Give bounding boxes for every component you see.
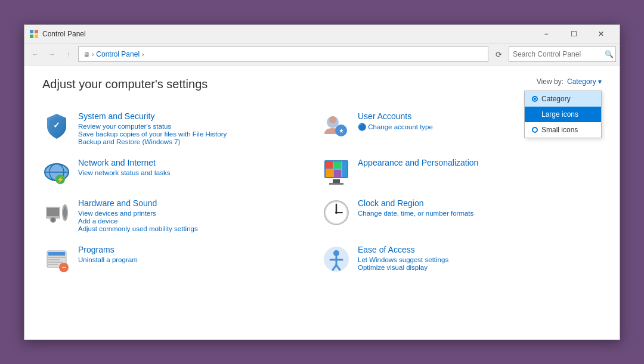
svg-rect-39 (48, 262, 63, 263)
radio-dot-category (532, 96, 538, 102)
address-bar: ← → ↑ 🖥 › Control Panel › ⟳ 🔍 (24, 44, 620, 66)
ease-of-access-link-1[interactable]: Let Windows suggest settings (358, 256, 602, 263)
window-title: Control Panel (42, 30, 532, 38)
category-network-internet: ⚡ Network and Internet View network stat… (42, 152, 322, 192)
clock-region-link-1[interactable]: Change date, time, or number formats (358, 210, 602, 217)
viewby-option-large-icons[interactable]: Large icons (525, 107, 601, 122)
clock-region-icon (322, 198, 351, 227)
page-title: Adjust your computer's settings (42, 77, 208, 91)
svg-text:−: − (61, 263, 66, 272)
category-hardware-sound: Hardware and Sound View devices and prin… (42, 192, 322, 239)
refresh-button[interactable]: ⟳ (491, 46, 506, 62)
forward-button[interactable]: → (45, 47, 59, 61)
ease-of-access-link-2[interactable]: Optimize visual display (358, 264, 602, 271)
clock-region-title[interactable]: Clock and Region (358, 198, 602, 208)
content-header: Adjust your computer's settings View by:… (42, 77, 602, 91)
window-controls: − ☐ ✕ (532, 24, 615, 43)
minimize-button[interactable]: − (532, 24, 560, 43)
network-internet-link-1[interactable]: View network status and tasks (78, 169, 322, 176)
system-security-link-3[interactable]: Backup and Restore (Windows 7) (78, 138, 322, 145)
address-path[interactable]: 🖥 › Control Panel › (78, 46, 488, 62)
appearance-title[interactable]: Appearance and Personalization (358, 158, 602, 167)
svg-rect-19 (326, 170, 333, 177)
search-input[interactable] (513, 50, 602, 58)
viewby-category-label: Category (541, 95, 571, 103)
system-security-link-2[interactable]: Save backup copies of your files with Fi… (78, 130, 322, 138)
svg-point-34 (335, 211, 338, 214)
path-arrow: › (92, 51, 94, 58)
programs-icon: − (42, 245, 71, 273)
categories-grid: ✓ System and Security Review your comput… (42, 105, 602, 279)
viewby-dropdown-menu: Category Large icons Small icons (524, 91, 602, 138)
programs-title[interactable]: Programs (78, 245, 322, 254)
close-button[interactable]: ✕ (587, 24, 615, 43)
svg-rect-17 (326, 161, 333, 169)
system-security-link-1[interactable]: Review your computer's status (78, 123, 322, 130)
programs-link-1[interactable]: Uninstall a program (78, 256, 322, 263)
network-internet-icon: ⚡ (42, 158, 71, 186)
svg-rect-37 (48, 257, 65, 258)
radio-dot-large (532, 111, 538, 117)
network-internet-title[interactable]: Network and Internet (78, 158, 322, 167)
path-icon: 🖥 (83, 51, 89, 58)
category-clock-region: Clock and Region Change date, time, or n… (322, 192, 602, 239)
path-end-arrow: › (142, 51, 144, 58)
svg-text:✓: ✓ (53, 120, 60, 130)
svg-rect-38 (48, 259, 60, 260)
hardware-sound-link-2[interactable]: Add a device (78, 217, 322, 225)
path-text: Control Panel (96, 50, 140, 58)
svg-rect-2 (30, 35, 33, 38)
network-internet-content: Network and Internet View network status… (78, 158, 322, 177)
viewby-label: View by: (537, 77, 564, 86)
hardware-sound-link-1[interactable]: View devices and printers (78, 210, 322, 217)
up-button[interactable]: ↑ (61, 47, 76, 61)
system-security-icon: ✓ (42, 111, 71, 140)
svg-rect-36 (48, 252, 65, 256)
user-accounts-icon: ★ (322, 111, 351, 140)
viewby-option-category[interactable]: Category (525, 91, 601, 107)
search-icon: 🔍 (605, 50, 614, 58)
hardware-sound-content: Hardware and Sound View devices and prin… (78, 198, 322, 233)
title-bar: Control Panel − ☐ ✕ (24, 25, 620, 44)
hardware-sound-icon (42, 198, 71, 227)
hardware-sound-link-3[interactable]: Adjust commonly used mobility settings (78, 225, 322, 232)
system-security-title[interactable]: System and Security (78, 111, 322, 121)
svg-point-27 (51, 218, 55, 222)
search-box: 🔍 (509, 46, 616, 62)
category-appearance: Appearance and Personalization (322, 152, 602, 192)
svg-point-29 (63, 207, 67, 219)
svg-point-6 (329, 116, 336, 123)
svg-text:★: ★ (339, 127, 344, 134)
svg-rect-18 (334, 161, 341, 169)
svg-rect-22 (333, 179, 340, 183)
viewby-large-label: Large icons (541, 110, 578, 119)
category-programs: − Programs Uninstall a program (42, 239, 322, 279)
svg-rect-25 (47, 208, 59, 216)
viewby-option-small-icons[interactable]: Small icons (525, 122, 601, 138)
svg-rect-1 (35, 30, 38, 33)
category-system-security: ✓ System and Security Review your comput… (42, 105, 322, 152)
category-ease-of-access: Ease of Access Let Windows suggest setti… (322, 239, 602, 279)
hardware-sound-title[interactable]: Hardware and Sound (78, 198, 322, 208)
view-by-control: View by: Category ▾ Category Large icons… (537, 77, 602, 86)
svg-rect-3 (35, 35, 38, 38)
app-icon (29, 29, 39, 39)
svg-rect-21 (342, 161, 347, 177)
back-button[interactable]: ← (28, 47, 42, 61)
appearance-content: Appearance and Personalization (358, 158, 602, 169)
clock-region-content: Clock and Region Change date, time, or n… (358, 198, 602, 217)
content-area: Adjust your computer's settings View by:… (24, 66, 620, 340)
appearance-icon (322, 158, 351, 186)
svg-rect-23 (329, 183, 343, 185)
programs-content: Programs Uninstall a program (78, 245, 322, 264)
ease-of-access-content: Ease of Access Let Windows suggest setti… (358, 245, 602, 272)
control-panel-window: Control Panel − ☐ ✕ ← → ↑ 🖥 › Control Pa… (24, 24, 620, 340)
radio-dot-small (532, 127, 538, 133)
svg-text:⚡: ⚡ (57, 176, 64, 183)
maximize-button[interactable]: ☐ (560, 24, 587, 43)
svg-rect-0 (30, 30, 33, 33)
ease-of-access-icon (322, 245, 351, 273)
viewby-dropdown-button[interactable]: Category ▾ (567, 77, 602, 86)
system-security-content: System and Security Review your computer… (78, 111, 322, 146)
ease-of-access-title[interactable]: Ease of Access (358, 245, 602, 254)
